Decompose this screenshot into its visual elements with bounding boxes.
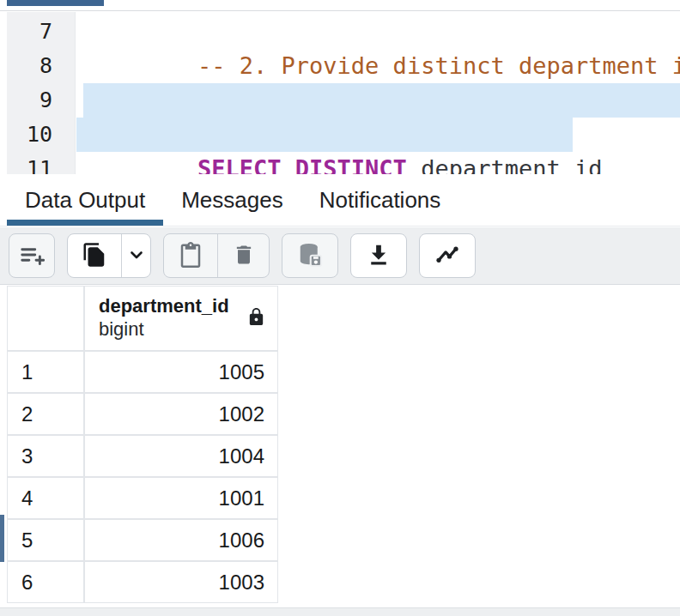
tab-data-output[interactable]: Data Output xyxy=(7,174,163,226)
chevron-down-icon xyxy=(126,245,147,268)
graph-visualiser-button[interactable] xyxy=(420,234,475,277)
add-row-button[interactable] xyxy=(9,234,54,277)
code-line-10[interactable]: FROM public.employee_salary ; xyxy=(76,118,680,152)
pgadmin-query-tool: 7 8 9 10 11 -- 2. Provide distinct depar… xyxy=(0,0,680,616)
copy-group xyxy=(67,233,151,278)
row-number-cell[interactable]: 4 xyxy=(8,478,83,518)
left-panel-scrollbar-thumb[interactable] xyxy=(0,515,4,562)
add-row-icon xyxy=(19,242,45,270)
paste-button[interactable] xyxy=(164,234,217,277)
save-data-changes-button[interactable] xyxy=(282,234,337,277)
value-cell[interactable]: 1006 xyxy=(85,520,277,560)
copy-options-button[interactable] xyxy=(121,234,150,277)
column-type: bigint xyxy=(99,317,229,342)
column-header-department-id[interactable]: department_id bigint xyxy=(85,287,277,350)
scrollbar-thumb[interactable] xyxy=(7,0,104,6)
line-number: 8 xyxy=(7,49,75,83)
value-cell[interactable]: 1001 xyxy=(85,478,277,518)
save-data-changes-icon xyxy=(297,242,323,270)
value-cell[interactable]: 1003 xyxy=(85,562,277,602)
row-number-header[interactable] xyxy=(8,287,83,350)
column-header-text: department_id bigint xyxy=(99,294,229,342)
line-number-gutter: 7 8 9 10 11 xyxy=(7,12,76,174)
code-area[interactable]: -- 2. Provide distinct department id SEL… xyxy=(76,12,680,174)
sql-comment: -- 2. Provide distinct department id xyxy=(197,52,680,79)
selection-highlight xyxy=(76,118,573,152)
sql-editor[interactable]: 7 8 9 10 11 -- 2. Provide distinct depar… xyxy=(0,12,680,174)
tab-messages[interactable]: Messages xyxy=(163,174,301,226)
chart-group xyxy=(419,233,476,278)
value-cell[interactable]: 1002 xyxy=(85,394,277,434)
paste-icon xyxy=(178,242,203,270)
lock-icon xyxy=(246,307,266,330)
line-number: 7 xyxy=(7,15,75,49)
chart-icon xyxy=(434,242,460,270)
download-results-button[interactable] xyxy=(351,234,406,277)
row-number-cell[interactable]: 2 xyxy=(8,394,83,434)
selection-highlight xyxy=(83,83,680,118)
line-number: 11 xyxy=(7,152,75,174)
row-number-cell[interactable]: 1 xyxy=(8,352,83,392)
copy-button[interactable] xyxy=(68,234,121,277)
download-icon xyxy=(366,242,392,270)
editor-horizontal-scrollbar[interactable] xyxy=(0,0,680,11)
row-number-cell[interactable]: 3 xyxy=(8,436,83,476)
data-output-toolbar xyxy=(0,227,680,285)
code-line-9[interactable]: SELECT DISTINCT department_id xyxy=(76,83,680,118)
download-group xyxy=(350,233,407,278)
line-number: 9 xyxy=(7,83,75,118)
copy-icon xyxy=(82,242,107,270)
paste-delete-group xyxy=(163,233,270,278)
row-number-cell[interactable]: 5 xyxy=(8,520,83,560)
delete-rows-button[interactable] xyxy=(217,234,269,277)
value-cell[interactable]: 1005 xyxy=(85,352,277,392)
row-number-cell[interactable]: 6 xyxy=(8,562,83,602)
line-number: 10 xyxy=(7,118,75,152)
bottom-scrollbar-track[interactable] xyxy=(0,607,680,616)
sql-identifier: department_id xyxy=(407,155,603,174)
add-row-group xyxy=(9,233,55,278)
code-line-7[interactable]: -- 2. Provide distinct department id xyxy=(76,15,680,49)
save-data-group xyxy=(282,233,338,278)
tab-notifications[interactable]: Notifications xyxy=(301,174,459,226)
sql-keyword: SELECT DISTINCT xyxy=(197,155,407,174)
value-cell[interactable]: 1004 xyxy=(85,436,277,476)
column-name: department_id xyxy=(99,294,229,318)
results-grid: department_id bigint 1 1005 2 1002 3 100… xyxy=(7,286,278,603)
delete-icon xyxy=(232,243,256,269)
output-tab-bar: Data Output Messages Notifications xyxy=(0,174,680,226)
